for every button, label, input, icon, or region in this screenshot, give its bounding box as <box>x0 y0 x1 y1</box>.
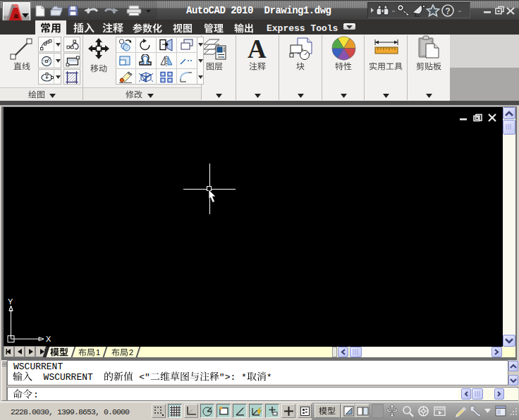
svg-text:?: ? <box>445 6 450 16</box>
svg-text:Y: Y <box>8 297 13 306</box>
svg-text:X: X <box>46 335 51 343</box>
